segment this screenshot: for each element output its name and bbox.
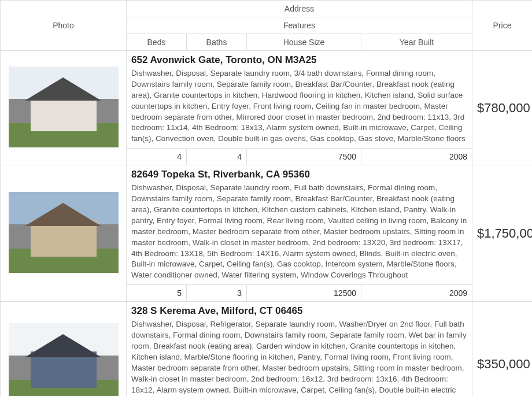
header-baths[interactable]: Baths <box>187 34 247 51</box>
listing-price: $1,750,000 <box>472 165 532 302</box>
header-address[interactable]: Address <box>127 1 472 17</box>
listing-year: 2009 <box>361 285 472 302</box>
table-row: 652 Avonwick Gate, Toronto, ON M3A25Dish… <box>1 51 533 149</box>
listing-photo[interactable] <box>9 192 119 273</box>
listing-baths: 4 <box>187 149 247 165</box>
header-price[interactable]: Price <box>472 1 532 51</box>
listing-baths: 3 <box>187 285 247 302</box>
listing-size: 12500 <box>247 285 361 302</box>
header-photo[interactable]: Photo <box>1 1 127 51</box>
photo-cell <box>1 51 127 165</box>
listings-grid: Photo Address Price Features Beds Baths … <box>0 0 532 396</box>
listing-price: $350,000 <box>472 302 532 396</box>
listing-features: Dishwasher, Disposal, Separate laundry r… <box>131 68 467 145</box>
listing-address: 328 S Kerema Ave, Milford, CT 06465 <box>131 305 467 317</box>
header-year-built[interactable]: Year Built <box>361 34 472 51</box>
table-row: 82649 Topeka St, Riverbank, CA 95360Dish… <box>1 165 533 285</box>
address-features-cell: 82649 Topeka St, Riverbank, CA 95360Dish… <box>127 165 472 285</box>
listing-year: 2008 <box>361 149 472 165</box>
listing-price: $780,000 <box>472 51 532 165</box>
listing-features: Dishwasher, Disposal, Separate laundry r… <box>131 183 467 281</box>
listing-photo[interactable] <box>9 323 119 396</box>
header-features[interactable]: Features <box>127 17 472 34</box>
listing-address: 652 Avonwick Gate, Toronto, ON M3A25 <box>131 54 467 66</box>
listing-photo[interactable] <box>9 66 119 147</box>
listing-beds: 4 <box>127 149 187 165</box>
header-beds[interactable]: Beds <box>127 34 187 51</box>
listing-address: 82649 Topeka St, Riverbank, CA 95360 <box>131 169 467 180</box>
address-features-cell: 652 Avonwick Gate, Toronto, ON M3A25Dish… <box>127 51 472 149</box>
table-row: 328 S Kerema Ave, Milford, CT 06465Dishw… <box>1 302 533 396</box>
listing-size: 7500 <box>247 149 361 165</box>
listing-beds: 5 <box>127 285 187 302</box>
header-house-size[interactable]: House Size <box>247 34 361 51</box>
photo-cell <box>1 165 127 302</box>
listing-features: Dishwasher, Disposal, Refrigerator, Sepa… <box>131 319 467 396</box>
photo-cell <box>1 302 127 396</box>
address-features-cell: 328 S Kerema Ave, Milford, CT 06465Dishw… <box>127 302 472 396</box>
